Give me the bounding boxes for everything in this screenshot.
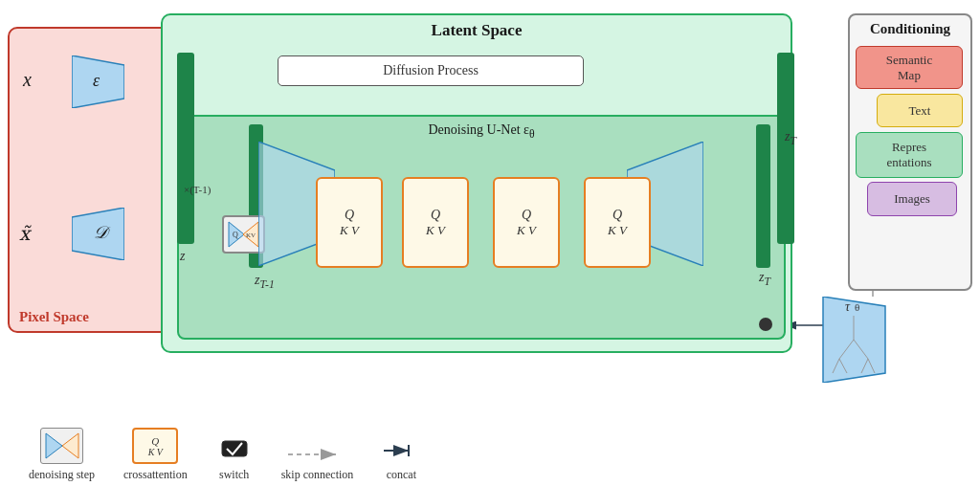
z-label-left: z <box>180 249 185 264</box>
diagram-container: Pixel Space x x̃ ε 𝒟 Latent Space Diffus… <box>0 0 980 486</box>
ca-kv-4: K V <box>608 223 627 238</box>
conditioning-region: Conditioning SemanticMap Text Representa… <box>848 13 972 291</box>
svg-rect-48 <box>222 441 247 456</box>
cond-text: Text <box>877 94 963 127</box>
t-minus1-label: ×(T-1) <box>184 184 211 195</box>
ca-kv-3: K V <box>517 223 536 238</box>
z-t-label-right: zT <box>785 129 796 147</box>
legend-ca-icon: Q K V <box>132 428 178 464</box>
legend-denoising-step: denoising step <box>29 428 95 482</box>
svg-text:KV: KV <box>246 232 256 239</box>
pixel-space-label: Pixel Space <box>19 309 89 325</box>
conditioning-label: Conditioning <box>870 21 950 37</box>
concat-dot <box>759 318 772 331</box>
legend-concat-label: concat <box>387 468 416 482</box>
svg-text:θ: θ <box>855 301 859 313</box>
ca-block-3: Q K V <box>493 177 560 268</box>
ca-q-1: Q <box>345 208 354 223</box>
decoder-shape: 𝒟 <box>72 208 124 260</box>
green-rect-left-outer <box>177 53 194 244</box>
cond-images: Images <box>867 182 957 216</box>
green-rect-right-outer <box>777 53 794 244</box>
green-rect-right-inner <box>756 124 770 268</box>
x-tilde-variable: x̃ <box>19 222 30 245</box>
legend-denoising-icon <box>40 428 83 464</box>
legend-area: denoising step Q K V crossattention swit… <box>29 428 420 482</box>
legend-skip-icon <box>288 445 345 464</box>
tau-theta-shape: τ θ <box>818 297 890 383</box>
cond-representations: Representations <box>856 132 963 178</box>
legend-skip-label: skip connection <box>281 468 354 482</box>
ca-q-4: Q <box>612 208 622 223</box>
z-t1-label: zT-1 <box>255 273 275 291</box>
ca-kv-2: K V <box>426 223 445 238</box>
cond-semantic-map: SemanticMap <box>856 46 963 89</box>
legend-skip-connection: skip connection <box>281 445 354 482</box>
ca-q-3: Q <box>522 208 531 223</box>
ca-q-2: Q <box>431 208 440 223</box>
svg-marker-46 <box>46 433 62 458</box>
legend-cross-attention: Q K V crossattention <box>123 428 188 482</box>
svg-text:ε: ε <box>93 71 100 90</box>
ca-block-1: Q K V <box>316 177 383 268</box>
ca-kv-1: K V <box>340 223 359 238</box>
legend-switch-icon <box>216 433 253 464</box>
legend-concat: concat <box>382 437 420 482</box>
legend-ca-label: crossattention <box>123 468 188 482</box>
legend-concat-icon <box>382 437 420 464</box>
x-variable: x <box>23 69 32 91</box>
ca-block-2: Q K V <box>402 177 469 268</box>
encoder-shape: ε <box>72 55 124 108</box>
svg-marker-47 <box>62 433 78 458</box>
svg-text:Q: Q <box>233 231 238 239</box>
legend-denoising-label: denoising step <box>29 468 95 482</box>
legend-switch: switch <box>216 433 253 482</box>
diffusion-process-label: Diffusion Process <box>383 63 479 78</box>
legend-switch-label: switch <box>219 468 249 482</box>
latent-space-label: Latent Space <box>432 21 523 40</box>
z-t-label-bottom: zT <box>759 270 770 288</box>
ca-block-4: Q K V <box>584 177 651 268</box>
unet-label: Denoising U-Net εθ <box>428 122 534 141</box>
diffusion-process-box: Diffusion Process <box>278 55 584 86</box>
